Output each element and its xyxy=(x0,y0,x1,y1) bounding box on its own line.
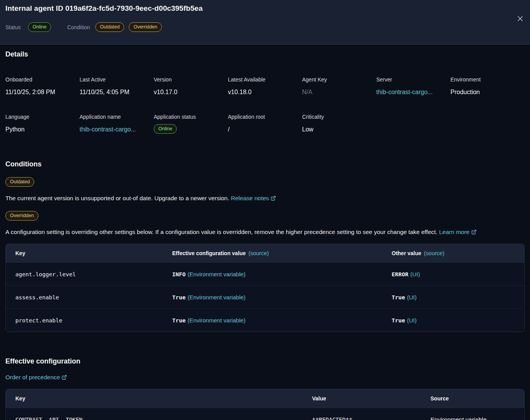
other-source[interactable]: (UI) xyxy=(407,294,417,300)
field-application-status: Application status Online xyxy=(154,114,228,134)
field-value: Production xyxy=(450,89,525,96)
other-source[interactable]: (UI) xyxy=(407,317,417,324)
effective-source[interactable]: (Environment variable) xyxy=(188,294,246,300)
config-key: assess.enable xyxy=(15,294,172,300)
field-label: Latest Available xyxy=(228,76,302,83)
field-value: v10.18.0 xyxy=(228,89,302,96)
field-latest-available: Latest Available v10.18.0 xyxy=(228,76,302,96)
details-grid: Onboarded 11/10/25, 2:08 PM Last Active … xyxy=(5,76,525,134)
modal-header: Internal agent ID 019a6f2a-fc5d-7930-9ee… xyxy=(0,0,530,45)
learn-more-link[interactable]: Learn more xyxy=(439,229,476,235)
application-status-badge: Online xyxy=(154,124,177,134)
field-label: Criticality xyxy=(302,114,376,120)
field-label: Onboarded xyxy=(5,76,80,83)
field-server: Server thib-contrast-cargo... xyxy=(376,76,450,96)
field-value: N/A xyxy=(302,89,376,96)
effective-source[interactable]: (Environment variable) xyxy=(188,271,246,277)
overridden-badge: Overridden xyxy=(5,211,38,221)
close-button[interactable] xyxy=(515,14,525,23)
effective-configuration-section: Effective configuration Order of precede… xyxy=(5,357,525,420)
outdated-badge: Outdated xyxy=(5,177,34,187)
order-of-precedence-link[interactable]: Order of precedence xyxy=(5,374,67,381)
effective-configuration-heading: Effective configuration xyxy=(5,357,525,365)
col-header-effective-value: Effective configuration value(source) xyxy=(172,250,392,256)
release-notes-link[interactable]: Release notes xyxy=(231,195,276,201)
table-row: assess.enable True(Environment variable)… xyxy=(6,286,524,309)
field-onboarded: Onboarded 11/10/25, 2:08 PM xyxy=(5,76,80,96)
condition-item-overridden: Overridden xyxy=(5,211,525,221)
other-source[interactable]: (UI) xyxy=(410,271,420,277)
conditions-heading: Conditions xyxy=(5,160,525,168)
modal-content: Details Onboarded 11/10/25, 2:08 PM Last… xyxy=(0,45,530,420)
table-row: agent.logger.level INFO(Environment vari… xyxy=(6,262,524,286)
close-icon xyxy=(517,15,524,22)
effective-value-cell: True(Environment variable) xyxy=(172,294,392,301)
effective-configuration-table: Key Value Source CONTRAST__API__TOKEN **… xyxy=(5,389,525,420)
field-application-root: Application root / xyxy=(228,114,302,134)
field-criticality: Criticality Low xyxy=(302,114,376,134)
outdated-description: The current agent version is unsupported… xyxy=(5,195,525,202)
page-title: Internal agent ID 019a6f2a-fc5d-7930-9ee… xyxy=(5,4,525,13)
external-link-icon xyxy=(271,196,276,201)
condition-badge-overridden: Overridden xyxy=(129,22,162,32)
effective-table-header: Key Value Source xyxy=(6,389,524,408)
field-value: 11/10/25, 2:08 PM xyxy=(5,89,80,96)
field-label: Last Active xyxy=(80,76,154,83)
effective-source-link[interactable]: (source) xyxy=(248,250,269,256)
col-header-source: Source xyxy=(430,395,515,402)
external-link-icon xyxy=(61,375,67,380)
details-section: Details Onboarded 11/10/25, 2:08 PM Last… xyxy=(5,45,525,134)
application-name-link[interactable]: thib-contrast-cargo... xyxy=(80,126,136,133)
field-last-active: Last Active 11/10/25, 4:05 PM xyxy=(80,76,154,96)
field-value: Python xyxy=(5,126,80,133)
table-row: CONTRAST__API__TOKEN **REDACTED** Enviro… xyxy=(6,408,524,420)
condition-label: Condition xyxy=(67,24,90,30)
field-label: Version xyxy=(154,76,228,83)
condition-item-outdated: Outdated xyxy=(5,177,525,187)
field-label: Application name xyxy=(80,114,154,120)
col-header-other-value: Other value(source) xyxy=(392,250,515,256)
col-header-key: Key xyxy=(15,250,172,256)
field-value: 11/10/25, 4:05 PM xyxy=(80,89,154,96)
field-value: / xyxy=(228,126,302,133)
other-source-link[interactable]: (source) xyxy=(424,250,444,256)
field-value: Low xyxy=(302,126,376,133)
other-value-cell: True(UI) xyxy=(392,317,515,324)
overridden-description: A configuration setting is overriding ot… xyxy=(5,229,525,236)
status-label: Status xyxy=(5,24,21,30)
outdated-description-text: The current agent version is unsupported… xyxy=(5,195,229,201)
field-label: Language xyxy=(5,114,80,120)
field-environment: Environment Production xyxy=(450,76,525,96)
config-key: protect.enable xyxy=(15,317,172,324)
config-key: agent.logger.level xyxy=(15,271,172,277)
field-label: Server xyxy=(376,76,450,83)
table-row: protect.enable True(Environment variable… xyxy=(6,309,524,332)
field-label: Environment xyxy=(450,76,525,83)
status-row: Status Online Condition Outdated Overrid… xyxy=(5,22,525,32)
field-application-name: Application name thib-contrast-cargo... xyxy=(80,114,154,134)
config-source: Environment variable xyxy=(430,416,515,420)
overrides-table: Key Effective configuration value(source… xyxy=(5,244,525,332)
field-label: Agent Key xyxy=(302,76,376,83)
details-heading: Details xyxy=(5,45,525,58)
field-label: Application root xyxy=(228,114,302,120)
status-badge: Online xyxy=(28,22,51,32)
effective-value-cell: True(Environment variable) xyxy=(172,317,392,324)
field-version: Version v10.17.0 xyxy=(154,76,228,96)
config-key: CONTRAST__API__TOKEN xyxy=(15,417,312,420)
col-header-value: Value xyxy=(312,395,430,402)
conditions-section: Conditions Outdated The current agent ve… xyxy=(5,160,525,332)
external-link-icon xyxy=(471,229,477,235)
effective-value-cell: INFO(Environment variable) xyxy=(172,271,392,278)
other-value-cell: ERROR(UI) xyxy=(392,271,515,278)
field-value: v10.17.0 xyxy=(154,89,228,96)
other-value-cell: True(UI) xyxy=(392,294,515,301)
overridden-description-text: A configuration setting is overriding ot… xyxy=(5,229,437,235)
effective-source[interactable]: (Environment variable) xyxy=(188,317,246,324)
field-label: Application status xyxy=(154,114,228,120)
overrides-table-header: Key Effective configuration value(source… xyxy=(6,244,524,262)
field-language: Language Python xyxy=(5,114,80,134)
config-value: **REDACTED** xyxy=(312,417,430,420)
server-link[interactable]: thib-contrast-cargo... xyxy=(376,89,433,95)
col-header-key: Key xyxy=(15,395,312,402)
